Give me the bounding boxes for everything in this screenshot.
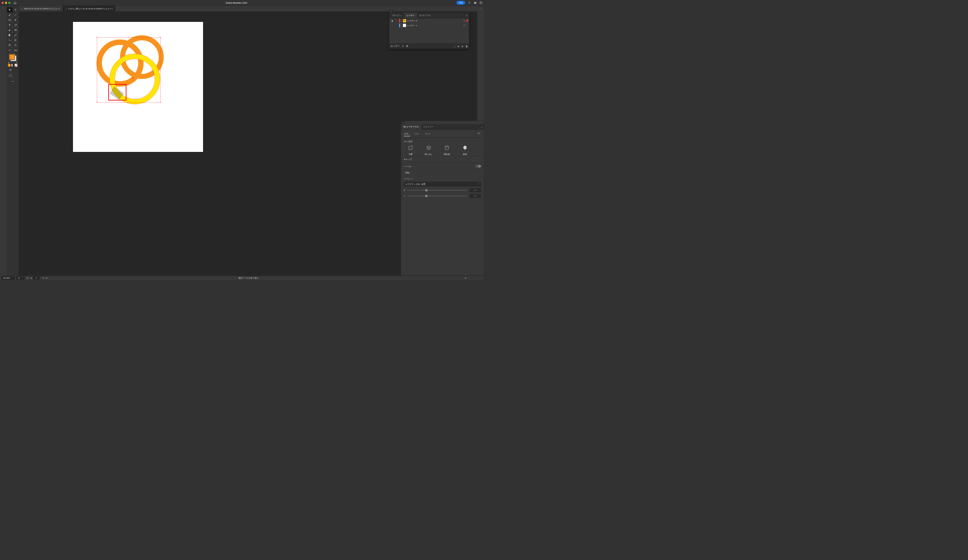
left-panel-rail[interactable]: « bbox=[0, 6, 7, 276]
blend-tool[interactable] bbox=[13, 48, 19, 53]
paintbrush-tool[interactable] bbox=[13, 18, 19, 23]
curvature-tool[interactable] bbox=[13, 12, 19, 18]
new-sublayer-icon[interactable]: ⊞ bbox=[457, 45, 459, 47]
panel-tab-properties[interactable]: プロパティ bbox=[390, 13, 404, 18]
visibility-toggle-icon[interactable]: ◉ bbox=[390, 20, 394, 22]
panel-menu-icon[interactable]: ≡ bbox=[464, 13, 469, 18]
panel-tab-cclibraries[interactable]: CC ライブラ bbox=[417, 13, 433, 18]
selection-tool[interactable] bbox=[7, 7, 13, 12]
maximize-window[interactable] bbox=[8, 2, 10, 4]
panel-close-icon[interactable]: × bbox=[401, 121, 405, 124]
render-icon[interactable]: ▦ ˅ bbox=[478, 132, 481, 136]
workspace-icon[interactable] bbox=[480, 2, 482, 4]
symbol-sprayer-tool[interactable] bbox=[7, 48, 13, 53]
type-extrude[interactable]: 押し出し bbox=[422, 144, 436, 156]
svg-point-21 bbox=[445, 146, 449, 147]
axis-y[interactable]: Y-26° bbox=[404, 194, 481, 198]
shape-builder-tool[interactable] bbox=[13, 28, 19, 33]
tab-label: クロスと重なり.ai* @ 33.33 % (RGB/プレビュー) bbox=[68, 7, 112, 10]
fill-stroke-swatch[interactable] bbox=[9, 54, 16, 61]
width-tool[interactable] bbox=[7, 38, 13, 43]
doc-tab-2[interactable]: ×クロスと重なり.ai* @ 33.33 % (RGB/プレビュー) bbox=[63, 6, 115, 12]
zoom-select[interactable]: 33.33%˅ bbox=[2, 276, 15, 280]
panel-menu-icon[interactable]: » bbox=[479, 124, 484, 130]
bevel-toggle[interactable] bbox=[476, 165, 481, 168]
eraser-tool[interactable] bbox=[7, 28, 13, 33]
expand-icon[interactable]: › bbox=[401, 24, 402, 27]
color-mode-solid[interactable] bbox=[8, 64, 11, 67]
cap-on-icon[interactable] bbox=[473, 157, 476, 161]
delete-layer-icon[interactable]: 🗑 bbox=[466, 45, 468, 47]
edit-toolbar-icon[interactable]: ••• bbox=[7, 79, 19, 83]
panel-tab-layers[interactable]: レイヤー bbox=[404, 13, 417, 18]
home-icon[interactable] bbox=[13, 2, 17, 4]
color-mode-none[interactable] bbox=[15, 64, 18, 67]
layer-row[interactable]: ◉ › レイヤー 2 bbox=[390, 18, 469, 23]
svg-point-14 bbox=[10, 50, 11, 50]
subtab-material[interactable]: マテ... bbox=[414, 132, 421, 136]
bevel-option[interactable]: › ベベル bbox=[404, 163, 481, 170]
scissors-tool[interactable] bbox=[13, 38, 19, 43]
layer-row[interactable]: › レイヤー 1 bbox=[390, 23, 469, 28]
hand-tool[interactable] bbox=[7, 43, 13, 48]
svg-point-7 bbox=[15, 29, 17, 31]
subtab-light[interactable]: ライト bbox=[425, 132, 431, 136]
close-tab-icon[interactable]: × bbox=[65, 7, 66, 10]
close-window[interactable] bbox=[2, 2, 4, 4]
new-layer-icon[interactable]: ⊕ bbox=[462, 45, 463, 47]
pen-tool[interactable] bbox=[7, 12, 13, 18]
target-icon[interactable] bbox=[463, 20, 465, 22]
arrange-docs-icon[interactable] bbox=[474, 2, 477, 4]
status-expand-icon[interactable]: ▶ bbox=[465, 277, 467, 279]
zoom-tool[interactable] bbox=[13, 43, 19, 48]
svg-rect-20 bbox=[9, 75, 12, 77]
panel-tab-3d[interactable]: 3D とマテリアル bbox=[401, 124, 421, 130]
collapse-icon[interactable]: « bbox=[0, 7, 7, 10]
type-inflate[interactable]: 膨張 bbox=[458, 144, 472, 156]
ellipse-tool[interactable] bbox=[7, 18, 13, 23]
artboard-nav: ⏮ ◀ 1 ˅ ▶ ⏭ bbox=[26, 276, 48, 279]
panel-tab-history[interactable]: ヒストリー bbox=[421, 124, 436, 130]
artboard-number[interactable]: 1 bbox=[33, 276, 40, 279]
search-icon[interactable] bbox=[468, 2, 471, 4]
direct-selection-tool[interactable] bbox=[13, 7, 19, 12]
share-button[interactable]: 共有 bbox=[457, 1, 465, 5]
status-hint: 選択ツールを切り換え bbox=[50, 277, 447, 280]
rotate-tool[interactable] bbox=[13, 23, 19, 28]
first-artboard-icon[interactable]: ⏮ bbox=[26, 277, 29, 279]
tab-label: ABOUT.ai* @ 50 % (CMYK/プレビュー) bbox=[24, 7, 60, 10]
prev-artboard-icon[interactable]: ◀ bbox=[30, 277, 32, 279]
last-artboard-icon[interactable]: ⏭ bbox=[45, 277, 48, 279]
draw-mode-normal[interactable] bbox=[7, 68, 13, 73]
type-tool[interactable]: T bbox=[7, 23, 13, 28]
screen-mode[interactable] bbox=[7, 73, 13, 78]
type-plane[interactable]: 平面 bbox=[404, 144, 417, 156]
expand-icon[interactable]: › bbox=[401, 20, 402, 22]
svg-point-9 bbox=[15, 39, 15, 40]
svg-rect-19 bbox=[10, 70, 12, 71]
export-icon[interactable]: ⇱ bbox=[402, 45, 404, 47]
eyedropper-tool[interactable] bbox=[13, 33, 19, 38]
next-artboard-icon[interactable]: ▶ bbox=[42, 277, 45, 279]
target-icon[interactable] bbox=[463, 25, 465, 27]
clip-mask-icon[interactable]: ⬚ bbox=[454, 45, 456, 47]
cap-off-icon[interactable] bbox=[477, 157, 481, 161]
gradient-tool[interactable] bbox=[7, 33, 13, 38]
minimize-window[interactable] bbox=[5, 2, 7, 4]
subtab-object[interactable]: オブ... bbox=[404, 132, 410, 136]
type-revolve[interactable]: 回転体 bbox=[440, 144, 454, 156]
preset-select[interactable]: オフアクシス法 - 前面˅ bbox=[404, 182, 481, 187]
color-mode-row bbox=[7, 63, 19, 67]
app-title: Adobe Illustrator 2023 bbox=[17, 2, 457, 4]
materials-panel: × 3D とマテリアル ヒストリー » オブ... マテ... ライト ▦ ˅ … bbox=[401, 121, 484, 276]
close-tab-icon[interactable]: × bbox=[22, 7, 23, 10]
doc-tab-1[interactable]: ×ABOUT.ai* @ 50 % (CMYK/プレビュー) bbox=[19, 6, 63, 12]
artboard bbox=[73, 22, 203, 152]
locate-icon[interactable]: 🔍 bbox=[406, 45, 409, 47]
axis-x[interactable]: X-18° bbox=[404, 188, 481, 192]
rotate-select[interactable]: 0°˅ bbox=[16, 276, 25, 280]
panel-close-icon[interactable]: × bbox=[390, 10, 393, 13]
window-controls bbox=[2, 2, 10, 4]
rotation-section[interactable]: ˅ 回転 bbox=[404, 169, 481, 176]
color-mode-gradient[interactable] bbox=[11, 64, 14, 67]
